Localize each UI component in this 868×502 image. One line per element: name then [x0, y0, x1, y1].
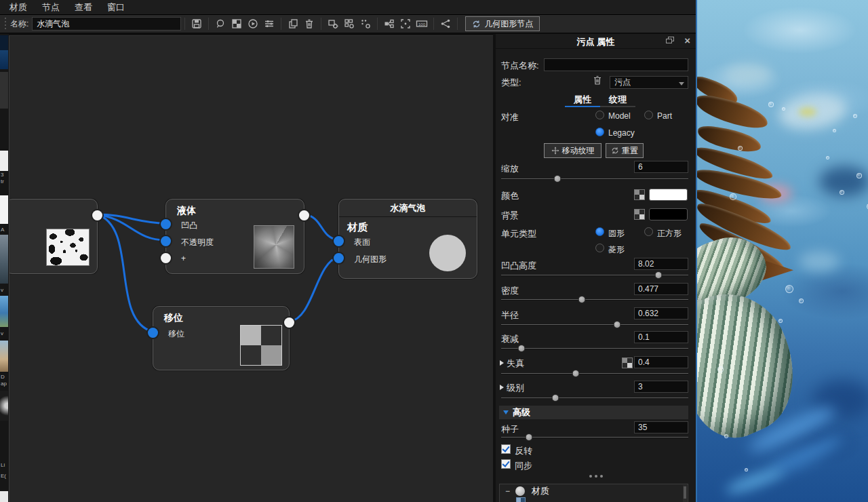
expand-arrow-icon[interactable]: [500, 360, 504, 366]
radio-model-label[interactable]: Model: [608, 111, 631, 121]
color-swatch[interactable]: [649, 189, 688, 201]
input-port-opacity[interactable]: [161, 236, 171, 246]
tab-properties[interactable]: 属性: [565, 94, 600, 106]
radius-slider[interactable]: [501, 321, 688, 329]
save-icon[interactable]: [189, 16, 204, 31]
radio-part-label[interactable]: Part: [657, 111, 672, 121]
bump-height-input[interactable]: [634, 258, 688, 270]
falloff-input[interactable]: [634, 331, 688, 343]
reset-button[interactable]: 重置: [606, 143, 644, 158]
tree-row-material[interactable]: − 材质: [500, 486, 688, 497]
sync-checkbox[interactable]: [501, 459, 511, 469]
copy-icon[interactable]: [285, 16, 300, 31]
node-liquid[interactable]: 液体 凹凸 不透明度 +: [165, 199, 304, 274]
node-settings-icon[interactable]: [326, 16, 340, 31]
radio-square[interactable]: [644, 227, 653, 236]
node-water-drop-bubble[interactable]: 水滴气泡 材质 表面 几何图形: [338, 199, 477, 279]
multi-node-settings-icon[interactable]: [342, 16, 357, 31]
radius-input[interactable]: [634, 307, 688, 320]
sync-checkbox-label[interactable]: 同步: [515, 460, 532, 472]
invert-checkbox[interactable]: [501, 444, 511, 454]
radio-diamond[interactable]: [595, 244, 604, 252]
thumbnail-fragment: [0, 341, 8, 372]
expand-arrow-icon[interactable]: [500, 385, 504, 390]
settings-sliders-icon[interactable]: [262, 16, 277, 31]
tree-scrollbar[interactable]: [683, 485, 687, 502]
input-port-surface[interactable]: [334, 236, 344, 246]
level-slider[interactable]: [501, 394, 688, 402]
seed-slider[interactable]: [501, 433, 688, 442]
splitter-handle[interactable]: [496, 475, 696, 478]
material-name-input[interactable]: [32, 17, 181, 31]
slider-thumb[interactable]: [654, 271, 662, 279]
radio-model[interactable]: [595, 111, 604, 119]
background-swatch[interactable]: [649, 208, 688, 220]
radio-circle-label[interactable]: 圆形: [608, 228, 625, 239]
menu-window[interactable]: 窗口: [107, 1, 125, 14]
slider-thumb[interactable]: [526, 433, 533, 441]
distortion-input[interactable]: [634, 356, 688, 368]
output-port[interactable]: [299, 210, 309, 220]
checker-icon[interactable]: [229, 16, 244, 31]
split-branch-icon[interactable]: [438, 16, 453, 31]
close-icon[interactable]: ×: [684, 35, 690, 46]
menu-view[interactable]: 查看: [75, 1, 92, 14]
play-icon[interactable]: [245, 16, 260, 31]
node-name-input[interactable]: [544, 58, 688, 71]
float-window-icon[interactable]: [666, 37, 675, 45]
tab-texture[interactable]: 纹理: [600, 94, 635, 106]
tree-row-child-icon[interactable]: [516, 497, 526, 502]
input-port-shift[interactable]: [148, 328, 158, 338]
link-nodes-icon[interactable]: [382, 16, 397, 31]
distortion-slider[interactable]: [501, 370, 688, 378]
radio-legacy-label[interactable]: Legacy: [608, 128, 635, 138]
color-texture-icon[interactable]: [634, 189, 645, 200]
slider-thumb[interactable]: [552, 394, 559, 402]
invert-checkbox-label[interactable]: 反转: [515, 445, 532, 457]
geometry-node-button[interactable]: 几何图形节点: [465, 16, 540, 31]
node-shift[interactable]: 移位 移位: [153, 306, 290, 370]
output-port[interactable]: [92, 210, 102, 220]
input-port-bump[interactable]: [161, 219, 171, 229]
fit-view-icon[interactable]: [398, 16, 413, 31]
dots-settings-icon[interactable]: [358, 16, 373, 31]
preview-icon[interactable]: [213, 16, 228, 31]
scale-slider[interactable]: [501, 175, 688, 183]
output-port[interactable]: [284, 317, 294, 328]
scale-input[interactable]: [634, 161, 688, 173]
seed-input[interactable]: [634, 421, 688, 433]
slider-thumb[interactable]: [614, 321, 621, 328]
input-port-add[interactable]: [161, 253, 171, 263]
material-label: 材质: [347, 221, 368, 234]
collapse-icon[interactable]: −: [505, 486, 510, 496]
radio-part[interactable]: [644, 111, 653, 119]
zoom-100-icon[interactable]: 100: [414, 16, 429, 31]
distortion-texture-icon[interactable]: [622, 358, 633, 368]
node-spots-texture[interactable]: [9, 199, 98, 274]
falloff-slider[interactable]: [501, 345, 688, 353]
delete-icon[interactable]: [302, 16, 317, 31]
slider-thumb[interactable]: [578, 296, 585, 303]
radio-square-label[interactable]: 正方形: [657, 228, 682, 239]
move-icon: [551, 147, 559, 155]
slider-thumb[interactable]: [518, 345, 526, 352]
advanced-section-header[interactable]: 高级: [499, 406, 688, 419]
slider-thumb[interactable]: [553, 175, 561, 182]
type-dropdown[interactable]: 污点: [610, 76, 688, 89]
slider-thumb[interactable]: [572, 370, 580, 377]
density-input[interactable]: [634, 283, 688, 295]
level-input[interactable]: [634, 381, 688, 393]
menu-material[interactable]: 材质: [9, 1, 27, 14]
move-texture-button[interactable]: 移动纹理: [544, 143, 601, 158]
node-graph-canvas[interactable]: 液体 凹凸 不透明度 + 水滴气泡 材质 表面 几何图形 移位 移位: [9, 35, 493, 502]
delete-type-icon[interactable]: [592, 75, 603, 88]
radio-legacy[interactable]: [595, 128, 604, 136]
background-texture-icon[interactable]: [634, 209, 645, 220]
toolbar-grip[interactable]: [4, 18, 7, 30]
menu-node[interactable]: 节点: [42, 1, 60, 14]
radio-diamond-label[interactable]: 菱形: [608, 244, 625, 256]
density-slider[interactable]: [501, 296, 688, 304]
input-port-geometry[interactable]: [334, 253, 344, 263]
bump-height-slider[interactable]: [501, 271, 688, 279]
radio-circle[interactable]: [595, 227, 604, 236]
